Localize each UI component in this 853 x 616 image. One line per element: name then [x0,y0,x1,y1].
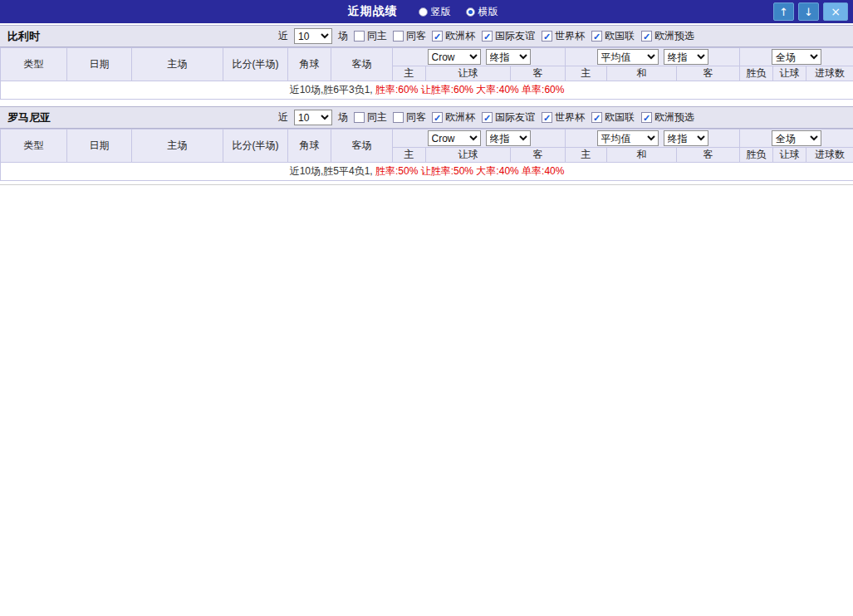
period-select[interactable]: 全场 [772,49,821,65]
average-time-select[interactable]: 终指 [664,49,708,65]
bottom-divider [0,184,853,185]
col-handicap: 让球 [426,66,511,81]
average-select[interactable]: 平均值 [597,49,659,65]
col-type: 类型 [1,130,67,163]
checkbox-checked-icon: ✓ [542,31,552,42]
checkbox-unchecked-icon [393,31,404,42]
move-down-button[interactable]: ↓ [798,2,819,21]
col-avg-home: 主 [566,148,607,163]
checkbox-unchecked-icon [354,112,365,123]
checkbox-competition[interactable]: ✓欧洲杯 [432,110,475,125]
checkbox-competition[interactable]: ✓欧洲杯 [432,29,475,43]
team-filter-bar: 比利时 近 10 场 同主 同客 ✓欧洲杯✓国际友谊✓世界杯✓欧国联✓欧洲预选 [0,25,853,47]
radio-icon [419,7,428,17]
col-date: 日期 [67,130,132,163]
bookmaker-select[interactable]: Crow [428,49,481,65]
move-up-button[interactable]: ↑ [773,2,794,21]
checkbox-same-away[interactable]: 同客 [393,29,426,43]
bookmaker-select[interactable]: Crow [428,130,481,146]
col-odds-home: 主 [393,66,426,81]
checkbox-checked-icon: ✓ [641,112,652,123]
odds-time-select[interactable]: 终指 [486,130,531,146]
checkbox-competition[interactable]: ✓国际友谊 [482,110,535,125]
team-name-header: 罗马尼亚 [0,110,278,125]
checkbox-competition[interactable]: ✓欧国联 [591,110,635,125]
recent-label: 近 [278,29,288,43]
checkbox-same-home[interactable]: 同主 [354,110,387,125]
period-select[interactable]: 全场 [772,130,821,146]
col-score: 比分(半场) [223,48,288,81]
col-corner: 角球 [288,130,331,163]
team-section-belgium: 比利时 近 10 场 同主 同客 ✓欧洲杯✓国际友谊✓世界杯✓欧国联✓欧洲预选 [0,25,853,100]
checkbox-same-away[interactable]: 同客 [393,110,426,125]
odds-time-select[interactable]: 终指 [486,49,531,65]
summary-record: 近10场,胜6平3负1, [290,84,375,95]
col-avg-home: 主 [566,66,607,81]
results-table: 类型 日期 主场 比分(半场) 角球 客场 Crow 终指 平均值 终指 [0,129,853,181]
col-result-wdl: 胜负 [740,66,773,81]
games-label: 场 [338,29,348,43]
page-title: 近期战绩 [348,4,398,19]
radio-vertical-layout[interactable]: 竖版 [419,5,451,19]
arrow-down-icon: ↓ [804,6,813,18]
col-result-goals: 进球数 [806,66,853,81]
col-handicap: 让球 [426,148,511,163]
col-avg-draw: 和 [607,148,677,163]
checkbox-checked-icon: ✓ [591,31,602,42]
period-group: 全场 [740,48,853,66]
average-select[interactable]: 平均值 [597,130,659,146]
col-avg-draw: 和 [607,66,677,81]
col-type: 类型 [1,48,67,81]
team-filter-bar: 罗马尼亚 近 10 场 同主 同客 ✓欧洲杯✓国际友谊✓世界杯✓欧国联✓欧洲预选 [0,106,853,129]
radio-selected-icon [466,7,475,17]
radio-horizontal-layout[interactable]: 横版 [466,5,498,19]
checkbox-competition[interactable]: ✓欧洲预选 [641,29,694,43]
summary-row: 近10场,胜6平3负1, 胜率:60% 让胜率:60% 大率:40% 单率:60… [1,81,853,100]
games-label: 场 [338,110,348,125]
col-odds-away: 客 [511,66,566,81]
checkbox-checked-icon: ✓ [641,31,652,42]
summary-rates: 胜率:60% 让胜率:60% 大率:40% 单率:60% [375,84,564,95]
recent-count-select[interactable]: 10 [294,110,332,125]
summary-cell: 近10场,胜5平4负1, 胜率:50% 让胜率:50% 大率:40% 单率:40… [1,163,853,181]
arrow-up-icon: ↑ [779,6,788,18]
average-odds-group: 平均值 终指 [566,130,740,148]
col-avg-away: 客 [677,66,740,81]
checkbox-competition[interactable]: ✓国际友谊 [482,29,535,43]
summary-cell: 近10场,胜6平3负1, 胜率:60% 让胜率:60% 大率:40% 单率:60… [1,81,853,100]
close-button[interactable]: × [823,2,848,21]
col-away: 客场 [331,130,393,163]
col-odds-home: 主 [393,148,426,163]
checkbox-competition[interactable]: ✓世界杯 [542,29,585,43]
checkbox-checked-icon: ✓ [482,31,493,42]
checkbox-competition[interactable]: ✓欧洲预选 [641,110,694,125]
col-date: 日期 [67,48,132,81]
handicap-odds-group: Crow 终指 [393,130,566,148]
checkbox-checked-icon: ✓ [482,112,493,123]
competition-filter-group: ✓欧洲杯✓国际友谊✓世界杯✓欧国联✓欧洲预选 [432,110,694,125]
period-group: 全场 [740,130,853,148]
results-table: 类型 日期 主场 比分(半场) 角球 客场 Crow 终指 平均值 终指 [0,47,853,100]
col-result-handicap: 让球 [773,148,806,163]
handicap-odds-group: Crow 终指 [393,48,566,66]
summary-row: 近10场,胜5平4负1, 胜率:50% 让胜率:50% 大率:40% 单率:40… [1,163,853,181]
checkbox-competition[interactable]: ✓欧国联 [591,29,635,43]
recent-count-select[interactable]: 10 [294,28,332,44]
summary-rates: 胜率:50% 让胜率:50% 大率:40% 单率:40% [375,165,564,177]
col-result-handicap: 让球 [773,66,806,81]
col-avg-away: 客 [677,148,740,163]
col-result-wdl: 胜负 [740,148,773,163]
col-result-goals: 进球数 [806,148,853,163]
average-time-select[interactable]: 终指 [664,130,708,146]
col-corner: 角球 [288,48,331,81]
checkbox-unchecked-icon [354,31,365,42]
checkbox-same-home[interactable]: 同主 [354,29,387,43]
col-odds-away: 客 [511,148,566,163]
checkbox-checked-icon: ✓ [542,112,552,123]
competition-filter-group: ✓欧洲杯✓国际友谊✓世界杯✓欧国联✓欧洲预选 [432,29,694,43]
col-home: 主场 [132,48,223,81]
titlebar-buttons: ↑ ↓ × [773,2,848,21]
checkbox-competition[interactable]: ✓世界杯 [542,110,585,125]
col-score: 比分(半场) [223,130,288,163]
filter-controls: 近 10 场 同主 同客 ✓欧洲杯✓国际友谊✓世界杯✓欧国联✓欧洲预选 [278,28,694,44]
